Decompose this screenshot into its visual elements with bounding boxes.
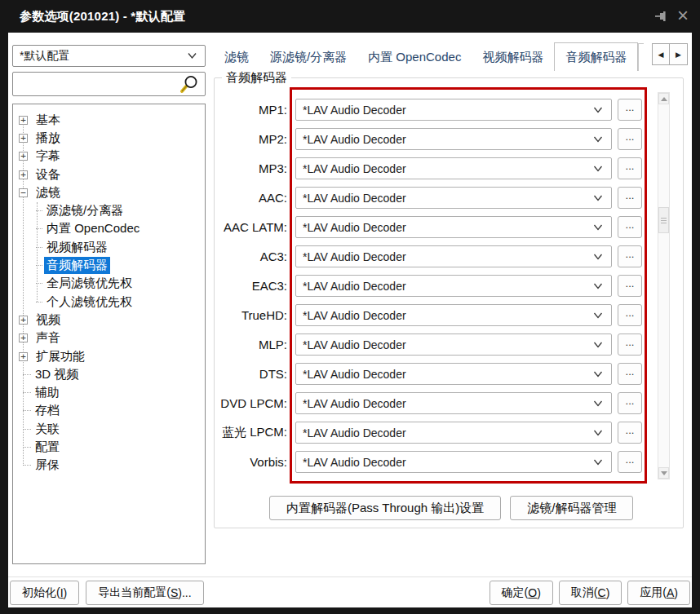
decoder-select[interactable]: *LAV Audio Decoder xyxy=(295,363,612,385)
tab-label: 视频解码器 xyxy=(482,50,543,65)
decoder-select-value: *LAV Audio Decoder xyxy=(303,162,593,175)
decoder-select-value: *LAV Audio Decoder xyxy=(303,338,593,351)
decoder-select[interactable]: *LAV Audio Decoder xyxy=(295,334,612,356)
decoder-select[interactable]: *LAV Audio Decoder xyxy=(295,451,612,473)
decoder-more-button[interactable]: ... xyxy=(618,216,642,238)
decoder-more-button[interactable]: ... xyxy=(618,304,642,326)
decoder-select[interactable]: *LAV Audio Decoder xyxy=(295,392,612,414)
chevron-down-icon xyxy=(593,342,603,348)
decoder-more-button[interactable]: ... xyxy=(618,422,642,444)
tab[interactable]: 音频解码器 xyxy=(554,42,638,71)
panel-button-label: 滤镜/解码器管理 xyxy=(527,501,616,516)
decoder-more-button[interactable]: ... xyxy=(618,363,642,385)
chevron-down-icon xyxy=(593,430,603,436)
tab[interactable]: 源滤镜/分离器 xyxy=(259,43,357,71)
decoder-row-label: MP1: xyxy=(8,103,287,117)
decoder-row: AAC: *LAV Audio Decoder ... xyxy=(8,187,692,209)
decoder-row: DVD LPCM: *LAV Audio Decoder ... xyxy=(8,392,692,414)
decoder-more-button[interactable]: ... xyxy=(618,187,642,209)
tab[interactable]: 视频解码器 xyxy=(472,43,554,71)
decoder-row: AC3: *LAV Audio Decoder ... xyxy=(8,245,692,267)
button-label-pre: 应用( xyxy=(640,585,667,600)
chevron-down-icon xyxy=(593,254,603,260)
decoder-row-label: TrueHD: xyxy=(8,308,287,322)
decoder-select-value: *LAV Audio Decoder xyxy=(303,104,593,117)
decoder-select-value: *LAV Audio Decoder xyxy=(303,368,593,381)
chevron-down-icon xyxy=(593,107,603,113)
tab-partial xyxy=(638,43,644,71)
dialog-button[interactable]: 应用(A) xyxy=(627,581,690,605)
preferences-dialog: 参数选项(201021) - *默认配置 × *默认配置 xyxy=(0,0,700,614)
decoder-select-value: *LAV Audio Decoder xyxy=(303,192,593,205)
magnifier-icon[interactable] xyxy=(179,74,201,99)
decoder-more-button[interactable]: ... xyxy=(618,128,642,150)
decoder-more-button[interactable]: ... xyxy=(618,157,642,179)
panel-button[interactable]: 滤镜/解码器管理 xyxy=(510,496,633,520)
tab-label: 音频解码器 xyxy=(565,50,627,65)
decoder-select[interactable]: *LAV Audio Decoder xyxy=(295,304,612,326)
button-label-pre: 导出当前配置( xyxy=(98,585,171,600)
pin-icon[interactable] xyxy=(654,9,669,24)
decoder-select[interactable]: *LAV Audio Decoder xyxy=(295,157,612,179)
dialog-button[interactable]: 导出当前配置(S)... xyxy=(86,581,203,605)
decoder-row-label: AAC LATM: xyxy=(8,220,287,234)
tab-label: 滤镜 xyxy=(224,50,249,65)
dialog-button[interactable]: 取消(C) xyxy=(559,581,622,605)
scrollbar-down-button[interactable] xyxy=(658,467,669,479)
button-label-pre: 取消( xyxy=(571,585,598,600)
close-icon[interactable]: × xyxy=(674,3,692,28)
button-mnemonic: S xyxy=(171,586,178,599)
search-input[interactable] xyxy=(15,74,178,94)
tab[interactable]: 内置 OpenCodec xyxy=(357,43,472,71)
decoder-select[interactable]: *LAV Audio Decoder xyxy=(295,422,612,444)
dialog-button[interactable]: 初始化(I) xyxy=(10,581,79,605)
decoder-row: Vorbis: *LAV Audio Decoder ... xyxy=(8,451,692,473)
chevron-down-icon xyxy=(593,224,603,231)
decoder-select-value: *LAV Audio Decoder xyxy=(303,133,593,146)
button-label-post: )... xyxy=(178,586,191,599)
decoder-more-button[interactable]: ... xyxy=(618,392,642,414)
panel-scrollbar[interactable] xyxy=(658,92,670,479)
decoder-select-value: *LAV Audio Decoder xyxy=(303,221,593,234)
chevron-down-icon xyxy=(593,459,603,466)
scrollbar-thumb[interactable] xyxy=(658,207,669,233)
decoder-more-button[interactable]: ... xyxy=(618,334,642,356)
tab-scroll-right-button[interactable]: ▶ xyxy=(670,43,688,65)
decoder-select-value: *LAV Audio Decoder xyxy=(303,397,593,410)
decoder-row-label: 蓝光 LPCM: xyxy=(8,425,287,440)
chevron-down-icon xyxy=(593,312,603,319)
decoder-select[interactable]: *LAV Audio Decoder xyxy=(295,275,612,297)
button-label-post: ) xyxy=(606,586,610,599)
button-label-post: ) xyxy=(674,586,678,599)
footer-separator xyxy=(8,576,692,577)
decoder-row: MP3: *LAV Audio Decoder ... xyxy=(8,157,692,179)
decoder-row: MP2: *LAV Audio Decoder ... xyxy=(8,128,692,150)
profile-select[interactable]: *默认配置 xyxy=(12,45,206,67)
decoder-row-label: AC3: xyxy=(8,250,287,263)
decoder-more-button[interactable]: ... xyxy=(618,245,642,267)
decoder-more-button[interactable]: ... xyxy=(618,451,642,473)
chevron-down-icon xyxy=(593,136,603,143)
tab[interactable]: 滤镜 xyxy=(214,43,259,71)
title-bar: 参数选项(201021) - *默认配置 × xyxy=(0,0,700,33)
decoder-row-label: MP2: xyxy=(8,132,287,146)
decoder-select[interactable]: *LAV Audio Decoder xyxy=(295,187,612,209)
decoder-row: AAC LATM: *LAV Audio Decoder ... xyxy=(8,216,692,238)
decoder-select[interactable]: *LAV Audio Decoder xyxy=(295,128,612,150)
decoder-select[interactable]: *LAV Audio Decoder xyxy=(295,99,612,121)
decoder-row: MP1: *LAV Audio Decoder ... xyxy=(8,99,692,121)
dialog-button[interactable]: 确定(O) xyxy=(490,581,553,605)
decoder-row: EAC3: *LAV Audio Decoder ... xyxy=(8,275,692,297)
decoder-more-button[interactable]: ... xyxy=(618,275,642,297)
chevron-down-icon xyxy=(187,52,197,60)
button-mnemonic: C xyxy=(598,586,606,599)
scrollbar-up-button[interactable] xyxy=(658,93,669,104)
chevron-down-icon xyxy=(593,371,603,378)
decoder-select[interactable]: *LAV Audio Decoder xyxy=(295,216,612,238)
decoder-select[interactable]: *LAV Audio Decoder xyxy=(295,245,612,267)
decoder-row: DTS: *LAV Audio Decoder ... xyxy=(8,363,692,385)
decoder-row: MLP: *LAV Audio Decoder ... xyxy=(8,334,692,356)
tab-scroll-left-button[interactable]: ◀ xyxy=(652,43,670,65)
panel-button[interactable]: 内置解码器(Pass Through 输出)设置 xyxy=(269,496,501,520)
decoder-more-button[interactable]: ... xyxy=(618,99,642,121)
